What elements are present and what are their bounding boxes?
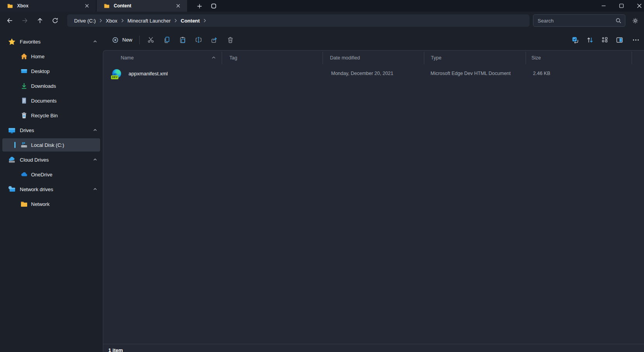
tab-xbox[interactable]: Xbox	[0, 0, 96, 12]
copy-button[interactable]	[160, 33, 174, 47]
new-button[interactable]: New	[108, 33, 137, 47]
sidebar-item-label: Network	[31, 201, 50, 207]
details-pane-button[interactable]	[614, 33, 625, 47]
chevron-right-icon[interactable]	[202, 17, 208, 24]
clipboard-icon	[179, 36, 186, 44]
close-tab-icon[interactable]	[83, 2, 90, 9]
chevron-up-icon[interactable]	[93, 157, 97, 162]
sidebar-item-recycle-bin[interactable]: Recycle Bin	[2, 109, 100, 122]
sidebar-section-label: Cloud Drives	[20, 157, 89, 163]
column-header-spacer	[632, 51, 644, 65]
sort-button[interactable]	[584, 33, 596, 47]
circle-plus-icon	[112, 37, 119, 44]
column-header-tag[interactable]: Tag	[222, 51, 323, 65]
sidebar-item-network[interactable]: Network	[2, 197, 100, 211]
paste-button[interactable]	[175, 33, 189, 47]
sort-arrows-icon	[586, 36, 594, 44]
main-area: Favorites Home Desktop	[0, 30, 644, 352]
navigation-bar: Drive (C:) Xbox Minecraft Launcher Conte…	[0, 12, 644, 30]
file-type: Microsoft Edge Dev HTML Document	[424, 71, 526, 76]
tab-label: Content	[114, 3, 171, 9]
tab-actions-button[interactable]	[208, 0, 219, 12]
column-header-size[interactable]: Size	[526, 51, 632, 65]
sidebar-item-label: Home	[31, 54, 45, 59]
sidebar-item-local-disk-c[interactable]: Local Disk (C:)	[2, 138, 100, 152]
minimize-button[interactable]	[595, 0, 613, 12]
sidebar-item-desktop[interactable]: Desktop	[2, 64, 100, 78]
sidebar-item-documents[interactable]: Documents	[2, 94, 100, 107]
new-button-label: New	[122, 37, 132, 43]
more-options-button[interactable]	[630, 33, 642, 47]
multiselect-toggle-button[interactable]	[569, 33, 581, 47]
close-tab-icon[interactable]	[175, 2, 182, 9]
onedrive-icon	[20, 171, 28, 178]
sidebar-section-network-drives[interactable]: Network drives	[0, 183, 103, 196]
chevron-right-icon[interactable]	[173, 17, 179, 24]
tab-content[interactable]: Content	[97, 0, 187, 12]
back-button[interactable]	[3, 14, 17, 27]
search-input[interactable]	[538, 18, 615, 24]
chevron-up-icon[interactable]	[93, 128, 97, 132]
sidebar-item-downloads[interactable]: Downloads	[2, 79, 100, 92]
new-tab-button[interactable]	[194, 0, 205, 12]
sidebar-item-onedrive[interactable]: OneDrive	[2, 168, 100, 181]
close-icon	[637, 3, 642, 8]
breadcrumb-segment[interactable]: Drive (C:)	[72, 17, 98, 25]
sidebar-item-home[interactable]: Home	[2, 50, 100, 63]
settings-button[interactable]	[628, 14, 642, 27]
status-bar: 1 item	[103, 344, 644, 352]
layout-grid-icon	[601, 36, 609, 44]
maximize-button[interactable]	[613, 0, 630, 12]
plus-icon	[197, 3, 202, 9]
tab-bar: Xbox Content	[0, 0, 644, 12]
file-row-appxmanifest[interactable]: DEV appxmanifest.xml Monday, December 20…	[103, 65, 644, 82]
layout-button[interactable]	[599, 33, 611, 47]
column-header-row: Name Tag Date modified Type	[103, 51, 644, 65]
close-button[interactable]	[630, 0, 644, 12]
document-icon	[20, 97, 28, 105]
search-icon[interactable]	[615, 17, 621, 24]
delete-button[interactable]	[223, 33, 237, 47]
column-header-label: Date modified	[330, 55, 360, 61]
gear-icon	[632, 17, 639, 24]
column-header-date-modified[interactable]: Date modified	[323, 51, 424, 65]
column-header-name[interactable]: Name	[103, 51, 222, 65]
arrow-right-icon	[21, 17, 28, 24]
up-button[interactable]	[33, 14, 47, 27]
sidebar-item-label: Recycle Bin	[31, 113, 58, 118]
column-header-type[interactable]: Type	[424, 51, 526, 65]
sidebar-section-drives[interactable]: Drives	[0, 124, 103, 137]
share-icon	[211, 36, 218, 44]
refresh-button[interactable]	[48, 14, 62, 27]
forward-button[interactable]	[18, 14, 32, 27]
breadcrumb[interactable]: Drive (C:) Xbox Minecraft Launcher Conte…	[67, 14, 529, 27]
drives-icon	[8, 126, 16, 134]
breadcrumb-segment[interactable]: Xbox	[104, 17, 120, 25]
rename-button[interactable]	[191, 33, 205, 47]
toolbar-divider	[139, 36, 140, 44]
sidebar-section-label: Favorites	[20, 39, 89, 45]
maximize-icon	[619, 3, 624, 8]
file-list-empty-area[interactable]	[103, 82, 644, 344]
file-size: 2.46 KB	[526, 71, 632, 76]
window-controls	[595, 0, 644, 12]
breadcrumb-segment-current[interactable]: Content	[179, 17, 202, 25]
chevron-right-icon[interactable]	[98, 17, 104, 24]
search-box	[533, 14, 625, 27]
home-icon	[20, 52, 28, 60]
folder-icon	[104, 3, 110, 9]
selection-accent-bar	[14, 142, 16, 148]
cut-button[interactable]	[144, 33, 158, 47]
sort-ascending-icon	[211, 55, 216, 60]
sidebar-section-favorites[interactable]: Favorites	[0, 35, 103, 48]
scissors-icon	[147, 36, 154, 44]
chevron-right-icon[interactable]	[119, 17, 125, 24]
column-header-label: Tag	[229, 55, 237, 61]
breadcrumb-segment[interactable]: Minecraft Launcher	[125, 17, 172, 25]
chevron-up-icon[interactable]	[93, 187, 97, 192]
share-button[interactable]	[207, 33, 221, 47]
rename-icon	[195, 36, 202, 44]
sidebar-section-cloud-drives[interactable]: Cloud Drives	[0, 153, 103, 166]
chevron-up-icon[interactable]	[93, 39, 97, 44]
column-header-label: Size	[531, 55, 541, 61]
